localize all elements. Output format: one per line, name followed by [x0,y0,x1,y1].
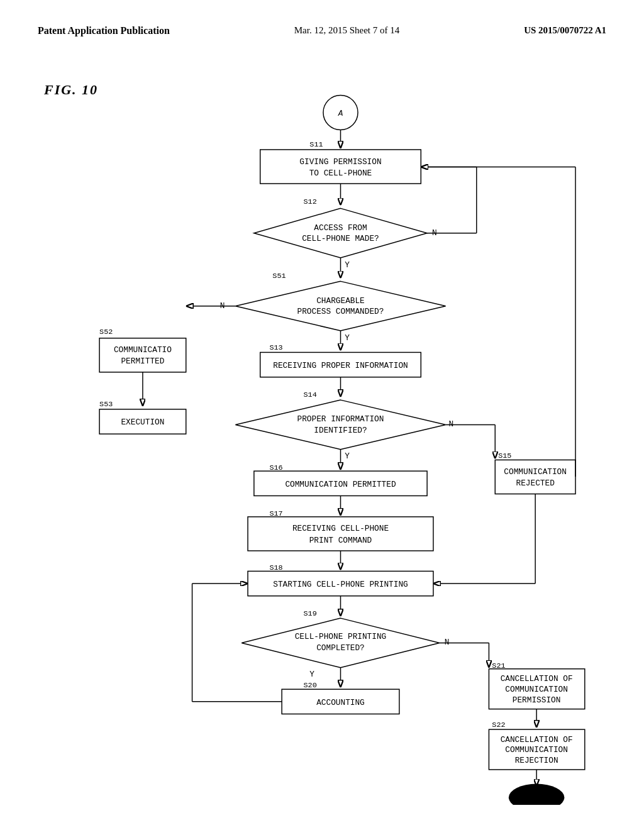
step-S12-label: S12 [304,197,317,206]
step-S11-label: S11 [309,140,323,149]
text-S13: RECEIVING PROPER INFORMATION [273,361,408,370]
text-S22-2: COMMUNICATION [505,745,568,755]
header: Patent Application Publication Mar. 12, … [0,0,644,36]
node-S17 [248,517,433,551]
header-left: Patent Application Publication [38,25,170,36]
node-S15 [495,460,575,494]
text-S51-2: PROCESS COMMANDED? [297,307,384,316]
header-center: Mar. 12, 2015 Sheet 7 of 14 [294,25,399,36]
text-S19-2: COMPLETED? [316,643,365,653]
text-S52-2: PERMITTED [121,357,164,366]
text-S51-1: CHARGEABLE [316,296,365,306]
text-S12-2: CELL-PHONE MADE? [302,234,379,243]
text-S11-2: TO CELL-PHONE [309,169,372,178]
node-S52 [99,338,186,372]
step-S52-label: S52 [99,328,113,336]
text-S21-3: PERMISSION [513,695,561,705]
label-S14-Y: Y [345,451,350,461]
page: Patent Application Publication Mar. 12, … [0,0,644,830]
text-S52-1: COMMUNICATIO [114,345,172,355]
text-END: END [530,794,544,803]
step-S53-label: S53 [99,400,113,409]
node-S14 [235,400,445,450]
text-S21-2: COMMUNICATION [505,685,568,694]
text-S15-1: COMMUNICATION [504,467,567,477]
text-S22-3: REJECTION [515,756,558,765]
text-S20: ACCOUNTING [316,698,365,707]
step-S13-label: S13 [269,343,282,352]
node-S12 [254,208,427,258]
step-S19-label: S19 [304,609,317,618]
node-S51 [235,281,445,331]
step-S51-label: S51 [272,272,286,280]
node-S11 [260,150,421,184]
text-S19-1: CELL-PHONE PRINTING [295,632,387,641]
label-S12-Y: Y [345,260,350,270]
text-S15-2: REJECTED [516,479,555,488]
text-S22-1: CANCELLATION OF [501,735,573,744]
step-S14-label: S14 [304,390,317,399]
text-S53: EXECUTION [121,418,164,427]
text-S16: COMMUNICATION PERMITTED [285,480,396,489]
text-S17-2: PRINT COMMAND [309,536,372,545]
text-S14-1: PROPER INFORMATION [297,414,384,424]
flowchart: text { font-family: 'Courier New', monos… [38,75,606,805]
step-S15-label: S15 [498,451,511,460]
label-S51-Y: Y [345,333,350,343]
text-S14-2: IDENTIFIED? [314,426,367,435]
label-A: A [338,109,343,118]
step-S22-label: S22 [492,721,505,729]
step-S20-label: S20 [304,681,317,690]
text-S17-1: RECEIVING CELL-PHONE [292,524,389,534]
diagram-area: FIG. 10 text { font-family: 'Courier New… [38,75,606,805]
label-S19-Y: Y [309,670,314,680]
text-S21-1: CANCELLATION OF [501,674,573,683]
header-right: US 2015/0070722 A1 [524,25,606,36]
text-S18: STARTING CELL-PHONE PRINTING [273,580,408,589]
text-S11-1: GIVING PERMISSION [299,157,381,167]
text-S12-1: ACCESS FROM [314,223,367,233]
